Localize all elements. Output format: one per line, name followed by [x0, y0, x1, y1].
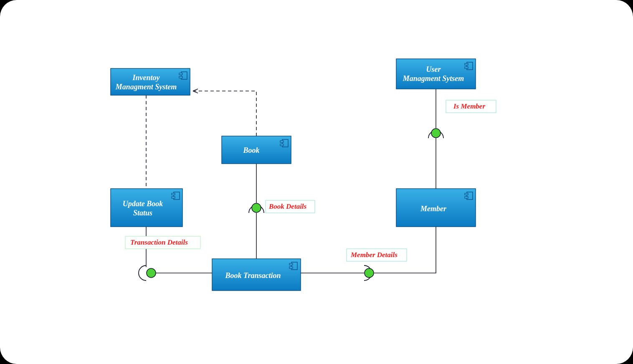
component-user-mgmt-label1: User — [426, 65, 441, 73]
component-update-book-label2: Status — [133, 209, 152, 217]
ball-member-details — [365, 268, 374, 278]
component-user-mgmt[interactable]: User Managment Sytsem — [396, 59, 476, 89]
svg-rect-23 — [289, 267, 293, 268]
svg-rect-15 — [172, 197, 175, 198]
svg-rect-18 — [465, 193, 468, 195]
component-inventory-label1: Inventoy — [132, 73, 160, 82]
diagram-canvas: Book Details Is Member Member Details Tr… — [0, 0, 633, 364]
svg-rect-11 — [280, 144, 284, 146]
svg-rect-19 — [465, 197, 468, 198]
svg-rect-2 — [179, 73, 182, 75]
component-user-mgmt-label2: Managment Sytsem — [403, 74, 464, 83]
svg-rect-4 — [396, 59, 476, 89]
socket-transaction-details — [139, 265, 146, 281]
label-member-details: Member Details — [350, 251, 398, 259]
component-book-transaction[interactable]: Book Transaction — [212, 259, 301, 291]
label-transaction-details: Transaction Details — [130, 238, 188, 246]
component-diagram-svg: Book Details Is Member Member Details Tr… — [0, 0, 633, 364]
component-update-book-label1: Update Book — [123, 200, 163, 208]
component-update-book[interactable]: Update Book Status — [111, 189, 182, 227]
component-book-label1: Book — [243, 146, 259, 154]
svg-rect-14 — [172, 193, 175, 195]
dependency-book-to-inventory — [193, 91, 256, 136]
svg-rect-6 — [465, 63, 468, 65]
svg-rect-22 — [289, 263, 293, 265]
svg-rect-3 — [179, 76, 182, 78]
label-is-member: Is Member — [453, 102, 485, 110]
component-member[interactable]: Member — [396, 189, 476, 227]
label-book-details: Book Details — [268, 202, 307, 210]
ball-transaction-details — [147, 268, 156, 278]
component-book[interactable]: Book — [222, 136, 291, 164]
svg-rect-10 — [280, 141, 284, 142]
component-book-transaction-label1: Book Transaction — [225, 271, 281, 280]
component-inventory-label2: Managment System — [115, 83, 177, 91]
ball-is-member — [431, 129, 441, 138]
component-inventory[interactable]: Inventoy Managment System — [111, 68, 190, 95]
ball-book-details — [252, 203, 261, 212]
svg-rect-7 — [465, 67, 468, 68]
component-member-label1: Member — [420, 205, 447, 213]
